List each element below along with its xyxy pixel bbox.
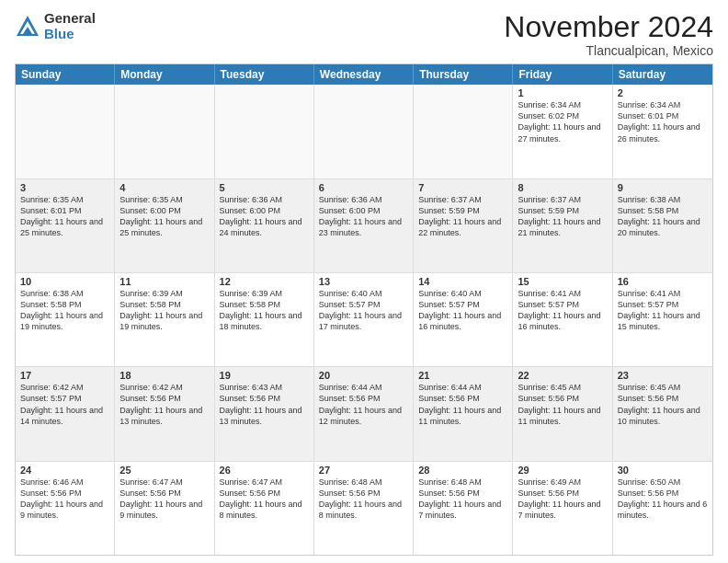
cell-content: Sunrise: 6:38 AM Sunset: 5:58 PM Dayligh… (20, 288, 109, 333)
cal-cell: 6Sunrise: 6:36 AM Sunset: 6:00 PM Daylig… (314, 179, 414, 272)
calendar-body: 1Sunrise: 6:34 AM Sunset: 6:02 PM Daylig… (16, 85, 712, 555)
cal-cell: 11Sunrise: 6:39 AM Sunset: 5:58 PM Dayli… (115, 273, 214, 366)
cal-cell: 30Sunrise: 6:50 AM Sunset: 5:56 PM Dayli… (613, 462, 712, 555)
cell-content: Sunrise: 6:36 AM Sunset: 6:00 PM Dayligh… (220, 194, 309, 239)
day-number: 23 (618, 370, 708, 381)
cell-content: Sunrise: 6:50 AM Sunset: 5:56 PM Dayligh… (618, 477, 708, 522)
cal-cell: 10Sunrise: 6:38 AM Sunset: 5:58 PM Dayli… (16, 273, 115, 366)
day-number: 12 (220, 276, 309, 287)
cal-cell: 4Sunrise: 6:35 AM Sunset: 6:00 PM Daylig… (115, 179, 214, 272)
day-number: 11 (119, 276, 209, 287)
cal-cell: 25Sunrise: 6:47 AM Sunset: 5:56 PM Dayli… (115, 462, 214, 555)
day-number: 8 (518, 182, 607, 193)
logo-icon (15, 14, 40, 40)
cell-content: Sunrise: 6:37 AM Sunset: 5:59 PM Dayligh… (418, 194, 507, 239)
header-day-monday: Monday (115, 64, 214, 85)
page: General Blue November 2024 Tlancualpican… (0, 0, 728, 563)
cal-cell: 20Sunrise: 6:44 AM Sunset: 5:56 PM Dayli… (314, 367, 414, 460)
cal-cell: 24Sunrise: 6:46 AM Sunset: 5:56 PM Dayli… (16, 462, 115, 555)
cell-content: Sunrise: 6:39 AM Sunset: 5:58 PM Dayligh… (119, 288, 209, 333)
day-number: 25 (119, 465, 209, 476)
header: General Blue November 2024 Tlancualpican… (15, 11, 713, 58)
cal-cell: 7Sunrise: 6:37 AM Sunset: 5:59 PM Daylig… (414, 179, 513, 272)
header-day-sunday: Sunday (16, 64, 115, 85)
logo-text: General Blue (44, 11, 96, 41)
cal-cell (314, 85, 414, 178)
cell-content: Sunrise: 6:34 AM Sunset: 6:02 PM Dayligh… (518, 99, 607, 144)
day-number: 4 (119, 182, 209, 193)
cal-cell: 12Sunrise: 6:39 AM Sunset: 5:58 PM Dayli… (215, 273, 314, 366)
cell-content: Sunrise: 6:44 AM Sunset: 5:56 PM Dayligh… (319, 382, 408, 427)
week-row-5: 24Sunrise: 6:46 AM Sunset: 5:56 PM Dayli… (16, 462, 712, 555)
cal-cell (414, 85, 513, 178)
day-number: 3 (20, 182, 109, 193)
day-number: 19 (220, 370, 309, 381)
cal-cell: 16Sunrise: 6:41 AM Sunset: 5:57 PM Dayli… (613, 273, 712, 366)
cell-content: Sunrise: 6:40 AM Sunset: 5:57 PM Dayligh… (319, 288, 408, 333)
day-number: 6 (319, 182, 408, 193)
cal-cell (115, 85, 214, 178)
cell-content: Sunrise: 6:43 AM Sunset: 5:56 PM Dayligh… (220, 382, 309, 427)
cell-content: Sunrise: 6:47 AM Sunset: 5:56 PM Dayligh… (119, 477, 209, 522)
cal-cell: 8Sunrise: 6:37 AM Sunset: 5:59 PM Daylig… (513, 179, 612, 272)
day-number: 30 (618, 465, 708, 476)
cell-content: Sunrise: 6:47 AM Sunset: 5:56 PM Dayligh… (220, 477, 309, 522)
cell-content: Sunrise: 6:42 AM Sunset: 5:57 PM Dayligh… (20, 382, 109, 427)
day-number: 5 (220, 182, 309, 193)
cell-content: Sunrise: 6:48 AM Sunset: 5:56 PM Dayligh… (319, 477, 408, 522)
logo: General Blue (15, 11, 96, 41)
cell-content: Sunrise: 6:35 AM Sunset: 6:01 PM Dayligh… (20, 194, 109, 239)
cell-content: Sunrise: 6:44 AM Sunset: 5:56 PM Dayligh… (418, 382, 507, 427)
day-number: 18 (119, 370, 209, 381)
day-number: 28 (418, 465, 507, 476)
day-number: 9 (618, 182, 708, 193)
logo-blue: Blue (44, 27, 96, 42)
day-number: 1 (518, 87, 607, 98)
cal-cell: 9Sunrise: 6:38 AM Sunset: 5:58 PM Daylig… (613, 179, 712, 272)
day-number: 10 (20, 276, 109, 287)
cell-content: Sunrise: 6:41 AM Sunset: 5:57 PM Dayligh… (518, 288, 607, 333)
cal-cell: 27Sunrise: 6:48 AM Sunset: 5:56 PM Dayli… (314, 462, 414, 555)
title-block: November 2024 Tlancualpican, Mexico (504, 11, 713, 58)
cell-content: Sunrise: 6:45 AM Sunset: 5:56 PM Dayligh… (618, 382, 708, 427)
cal-cell: 14Sunrise: 6:40 AM Sunset: 5:57 PM Dayli… (414, 273, 513, 366)
cell-content: Sunrise: 6:45 AM Sunset: 5:56 PM Dayligh… (518, 382, 607, 427)
cal-cell: 13Sunrise: 6:40 AM Sunset: 5:57 PM Dayli… (314, 273, 414, 366)
cal-cell: 29Sunrise: 6:49 AM Sunset: 5:56 PM Dayli… (513, 462, 612, 555)
week-row-2: 3Sunrise: 6:35 AM Sunset: 6:01 PM Daylig… (16, 179, 712, 273)
cell-content: Sunrise: 6:46 AM Sunset: 5:56 PM Dayligh… (20, 477, 109, 522)
cal-cell: 23Sunrise: 6:45 AM Sunset: 5:56 PM Dayli… (613, 367, 712, 460)
cal-cell: 15Sunrise: 6:41 AM Sunset: 5:57 PM Dayli… (513, 273, 612, 366)
day-number: 2 (618, 87, 708, 98)
cell-content: Sunrise: 6:35 AM Sunset: 6:00 PM Dayligh… (119, 194, 209, 239)
day-number: 26 (220, 465, 309, 476)
month-title: November 2024 (504, 11, 713, 43)
cal-cell: 2Sunrise: 6:34 AM Sunset: 6:01 PM Daylig… (613, 85, 712, 178)
cell-content: Sunrise: 6:39 AM Sunset: 5:58 PM Dayligh… (220, 288, 309, 333)
logo-general: General (44, 11, 96, 27)
cell-content: Sunrise: 6:38 AM Sunset: 5:58 PM Dayligh… (618, 194, 708, 239)
week-row-1: 1Sunrise: 6:34 AM Sunset: 6:02 PM Daylig… (16, 85, 712, 178)
cell-content: Sunrise: 6:40 AM Sunset: 5:57 PM Dayligh… (418, 288, 507, 333)
cal-cell: 17Sunrise: 6:42 AM Sunset: 5:57 PM Dayli… (16, 367, 115, 460)
cell-content: Sunrise: 6:49 AM Sunset: 5:56 PM Dayligh… (518, 477, 607, 522)
day-number: 15 (518, 276, 607, 287)
cal-cell: 22Sunrise: 6:45 AM Sunset: 5:56 PM Dayli… (513, 367, 612, 460)
day-number: 20 (319, 370, 408, 381)
day-number: 17 (20, 370, 109, 381)
cal-cell: 26Sunrise: 6:47 AM Sunset: 5:56 PM Dayli… (215, 462, 314, 555)
cal-cell (215, 85, 314, 178)
cal-cell: 19Sunrise: 6:43 AM Sunset: 5:56 PM Dayli… (215, 367, 314, 460)
cal-cell: 18Sunrise: 6:42 AM Sunset: 5:56 PM Dayli… (115, 367, 214, 460)
cal-cell: 5Sunrise: 6:36 AM Sunset: 6:00 PM Daylig… (215, 179, 314, 272)
header-day-friday: Friday (513, 64, 612, 85)
cal-cell: 28Sunrise: 6:48 AM Sunset: 5:56 PM Dayli… (414, 462, 513, 555)
cell-content: Sunrise: 6:42 AM Sunset: 5:56 PM Dayligh… (119, 382, 209, 427)
week-row-4: 17Sunrise: 6:42 AM Sunset: 5:57 PM Dayli… (16, 367, 712, 461)
day-number: 16 (618, 276, 708, 287)
day-number: 13 (319, 276, 408, 287)
location: Tlancualpican, Mexico (504, 43, 713, 58)
cal-cell: 1Sunrise: 6:34 AM Sunset: 6:02 PM Daylig… (513, 85, 612, 178)
day-number: 22 (518, 370, 607, 381)
cell-content: Sunrise: 6:48 AM Sunset: 5:56 PM Dayligh… (418, 477, 507, 522)
